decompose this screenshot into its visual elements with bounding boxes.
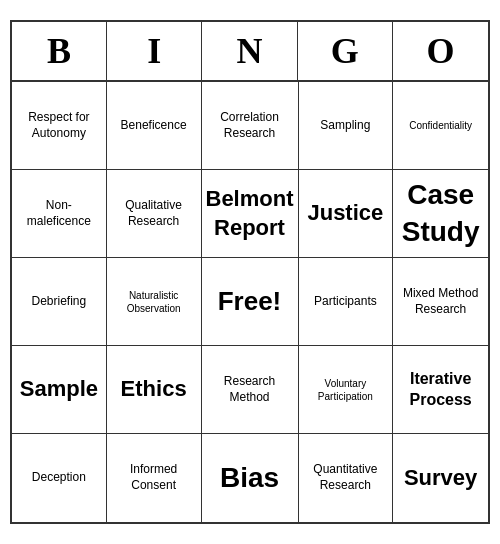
bingo-cell-18: Voluntary Participation <box>299 346 394 434</box>
bingo-card: BINGO Respect for AutonomyBeneficenceCor… <box>10 20 490 524</box>
bingo-header: BINGO <box>12 22 488 82</box>
bingo-cell-15: Sample <box>12 346 107 434</box>
bingo-cell-20: Deception <box>12 434 107 522</box>
bingo-grid: Respect for AutonomyBeneficenceCorrelati… <box>12 82 488 522</box>
bingo-cell-7: Belmont Report <box>202 170 299 258</box>
bingo-cell-13: Participants <box>299 258 394 346</box>
bingo-letter-i: I <box>107 22 202 80</box>
bingo-cell-16: Ethics <box>107 346 202 434</box>
bingo-letter-b: B <box>12 22 107 80</box>
bingo-cell-12: Free! <box>202 258 299 346</box>
bingo-cell-4: Confidentiality <box>393 82 488 170</box>
bingo-cell-11: Naturalistic Observation <box>107 258 202 346</box>
bingo-cell-1: Beneficence <box>107 82 202 170</box>
bingo-letter-o: O <box>393 22 488 80</box>
bingo-cell-5: Non-maleficence <box>12 170 107 258</box>
bingo-cell-22: Bias <box>202 434 299 522</box>
bingo-cell-19: Iterative Process <box>393 346 488 434</box>
bingo-cell-17: Research Method <box>202 346 299 434</box>
bingo-cell-3: Sampling <box>299 82 394 170</box>
bingo-cell-23: Quantitative Research <box>299 434 394 522</box>
bingo-cell-24: Survey <box>393 434 488 522</box>
bingo-letter-g: G <box>298 22 393 80</box>
bingo-cell-10: Debriefing <box>12 258 107 346</box>
bingo-cell-9: Case Study <box>393 170 488 258</box>
bingo-cell-6: Qualitative Research <box>107 170 202 258</box>
bingo-cell-21: Informed Consent <box>107 434 202 522</box>
bingo-cell-0: Respect for Autonomy <box>12 82 107 170</box>
bingo-letter-n: N <box>202 22 297 80</box>
bingo-cell-14: Mixed Method Research <box>393 258 488 346</box>
bingo-cell-2: Correlation Research <box>202 82 299 170</box>
bingo-cell-8: Justice <box>299 170 394 258</box>
